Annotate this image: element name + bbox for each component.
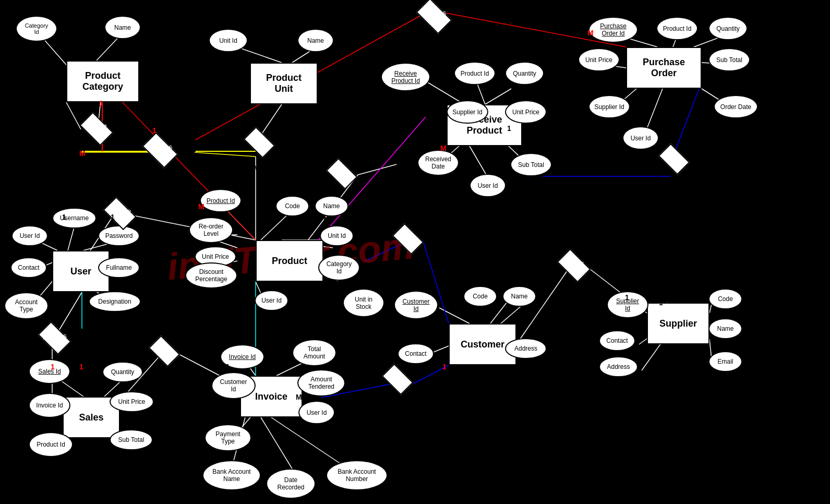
card-m-po-top: M bbox=[587, 29, 594, 37]
rel-belong-label: belong bbox=[76, 122, 117, 130]
attr-contact-u: Contact bbox=[10, 257, 47, 278]
rel-has-po-label: has bbox=[655, 153, 694, 161]
attr-cat-name: Name bbox=[104, 16, 141, 39]
entity-product-unit: ProductUnit bbox=[250, 63, 318, 104]
rel-encode-label: encode bbox=[99, 207, 141, 215]
attr-designation-u: Designation bbox=[89, 291, 141, 312]
card-1-sales: 1 bbox=[79, 363, 83, 371]
attr-prod-id-po: Product Id bbox=[656, 17, 698, 40]
card-m-has-inv: M bbox=[159, 363, 165, 371]
attr-sub-total-sa: Sub Total bbox=[110, 429, 153, 450]
svg-line-11 bbox=[485, 89, 511, 104]
er-diagram: Product Category ProductUnit ReceiveProd… bbox=[0, 0, 830, 504]
card-1-po-right: 1 bbox=[667, 124, 671, 133]
attr-unit-id-pu: Unit Id bbox=[209, 29, 248, 52]
svg-line-47 bbox=[490, 300, 509, 323]
rel-has-inv-label: has bbox=[145, 345, 184, 353]
rel-supply-label: supply bbox=[553, 259, 595, 267]
entity-purchase-order: PurchaseOrder bbox=[626, 47, 702, 89]
rel-process-mid-label: process bbox=[138, 143, 183, 151]
card-1-encode-left: 1 bbox=[111, 213, 115, 221]
rel-process-user-inv-label: process bbox=[34, 332, 76, 340]
attr-account-type-u: AccountType bbox=[4, 292, 49, 319]
attr-bank-acc-name-i: Bank AccountName bbox=[202, 460, 261, 490]
card-1-belong-top: 1 bbox=[99, 99, 103, 107]
card-m-user-inv: M bbox=[296, 393, 302, 401]
attr-supplier-id-po: Supplier Id bbox=[588, 95, 630, 118]
card-m-po-bot: M bbox=[641, 185, 647, 194]
attr-qty-rp: Quantity bbox=[505, 62, 544, 85]
attr-order-date-po: Order Date bbox=[714, 95, 758, 118]
card-m-rp-top: M bbox=[440, 144, 447, 152]
card-m-has-cust: M bbox=[374, 229, 380, 237]
attr-supplier-id-rp: Supplier Id bbox=[447, 100, 488, 124]
attr-sub-total-po: Sub Total bbox=[708, 48, 750, 71]
attr-reorder-level: Re-orderLevel bbox=[189, 217, 233, 243]
attr-address-s: Address bbox=[599, 356, 638, 377]
attr-cat-id-p: CategoryId bbox=[318, 255, 360, 281]
attr-contact-c: Contact bbox=[398, 343, 434, 364]
attr-name-c: Name bbox=[502, 286, 536, 307]
attr-unit-price-rp: Unit Price bbox=[505, 100, 547, 124]
svg-line-69 bbox=[261, 417, 294, 472]
card-m-belong-bot: M bbox=[79, 149, 86, 158]
attr-qty-sa: Quantity bbox=[102, 362, 143, 382]
attr-cust-id-i: CustomerId bbox=[211, 372, 256, 399]
attr-contact-s: Contact bbox=[599, 330, 635, 351]
card-1-po-rp: 1 bbox=[507, 124, 511, 133]
attr-cust-id-c: CustomerId bbox=[394, 291, 438, 319]
attr-code-p: Code bbox=[275, 196, 309, 217]
svg-line-13 bbox=[470, 146, 488, 177]
card-1-cust-inv: 1 bbox=[442, 363, 447, 371]
card-1-process-user-inv: 1 bbox=[51, 363, 55, 371]
attr-amount-tendered-i: AmountTendered bbox=[297, 369, 345, 397]
attr-password-u: Password bbox=[98, 225, 140, 246]
attr-user-id-u: User Id bbox=[11, 225, 48, 246]
attr-prod-id-p: Product Id bbox=[200, 189, 242, 212]
attr-bank-acc-num-i: Bank AccountNumber bbox=[326, 460, 388, 490]
attr-fullname-u: Fullname bbox=[98, 257, 140, 278]
svg-line-46 bbox=[439, 308, 470, 323]
attr-prod-id-sa: Product Id bbox=[29, 432, 73, 457]
attr-received-date: ReceivedDate bbox=[417, 150, 459, 176]
card-m-has-rp-right: M bbox=[364, 157, 370, 165]
card-1-encode-right: 1 bbox=[62, 213, 66, 221]
attr-name-pu: Name bbox=[297, 29, 334, 52]
attr-user-id-po: User Id bbox=[622, 126, 659, 150]
card-1-has-pu-top: 1 bbox=[254, 114, 258, 122]
attr-user-id-i: User Id bbox=[298, 401, 335, 424]
card-m-prod-id: M bbox=[198, 202, 205, 211]
attr-user-id-p: User Id bbox=[255, 290, 288, 311]
attr-date-recorded-i: DateRecorded bbox=[266, 469, 316, 499]
entity-product: Product bbox=[256, 240, 323, 282]
attr-address-c: Address bbox=[505, 338, 547, 359]
attr-invoice-id-sa: Invoice Id bbox=[29, 393, 70, 418]
attr-recv-prod-id: ReceiveProduct Id bbox=[381, 63, 430, 91]
attr-name-s: Name bbox=[708, 318, 742, 339]
card-1-supplier-id: 1 bbox=[625, 293, 629, 302]
svg-line-15 bbox=[358, 164, 396, 175]
attr-po-id: PurchaseOrder Id bbox=[588, 17, 638, 43]
rel-has-p-cust-label: has bbox=[389, 233, 428, 241]
rel-has-cust-inv-label: has bbox=[378, 374, 417, 381]
attr-code-s: Code bbox=[708, 289, 742, 309]
attr-username-u: Username bbox=[52, 208, 97, 229]
attr-sales-id-sa: Sales Id bbox=[29, 359, 70, 384]
attr-sub-total-rp: Sub Total bbox=[510, 153, 552, 176]
card-m-cat-id: M bbox=[323, 215, 330, 223]
attr-qty-po: Quantity bbox=[708, 17, 748, 40]
attr-unit-in-stock: Unit inStock bbox=[343, 289, 384, 317]
attr-user-id-rp: User Id bbox=[470, 174, 506, 197]
attr-payment-type-i: PaymentType bbox=[205, 424, 251, 451]
card-1-supplier-supply: 1 bbox=[659, 298, 663, 307]
attr-unit-id-p: Unit Id bbox=[320, 225, 354, 246]
attr-email-s: Email bbox=[708, 351, 742, 372]
card-1-has-rp-left: 1 bbox=[327, 157, 331, 165]
attr-prod-id-rp: Product Id bbox=[454, 62, 496, 85]
attr-code-c: Code bbox=[463, 286, 497, 307]
svg-line-59 bbox=[516, 269, 569, 344]
attr-category-id: CategoryId bbox=[16, 16, 57, 42]
card-1-process-mid: 1 bbox=[152, 126, 157, 135]
rel-has-rp-label: has bbox=[322, 168, 362, 176]
card-m-invoice: M bbox=[223, 363, 229, 371]
